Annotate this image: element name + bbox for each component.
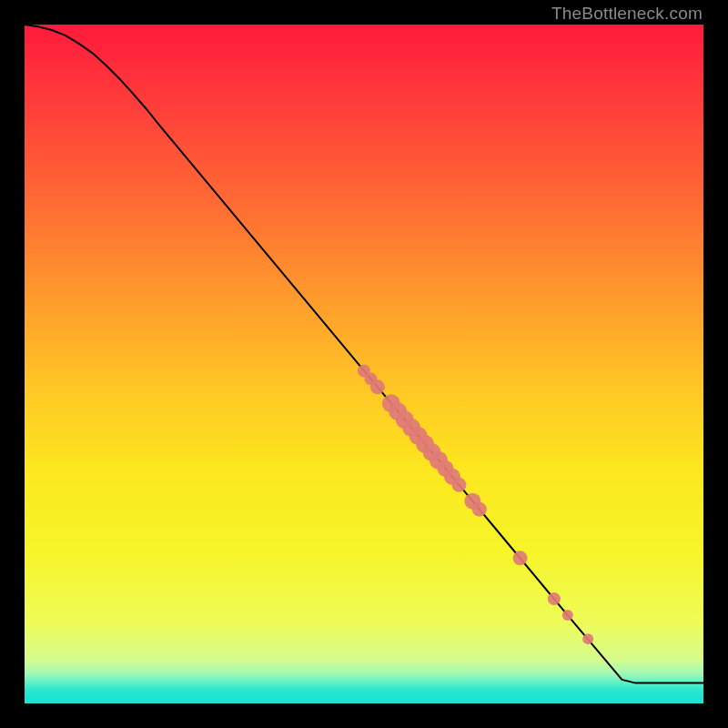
data-point	[562, 610, 573, 621]
curve-line	[25, 25, 703, 683]
plot-area	[25, 25, 703, 703]
chart-overlay	[25, 25, 703, 703]
data-point	[582, 633, 593, 644]
data-point	[451, 478, 466, 492]
chart-container: TheBottleneck.com	[0, 0, 728, 728]
data-point	[472, 502, 487, 517]
data-point	[548, 592, 561, 605]
data-points	[358, 364, 593, 644]
watermark-text: TheBottleneck.com	[551, 4, 703, 24]
data-point	[513, 551, 528, 565]
curve-path	[25, 25, 703, 683]
data-point	[370, 379, 385, 394]
